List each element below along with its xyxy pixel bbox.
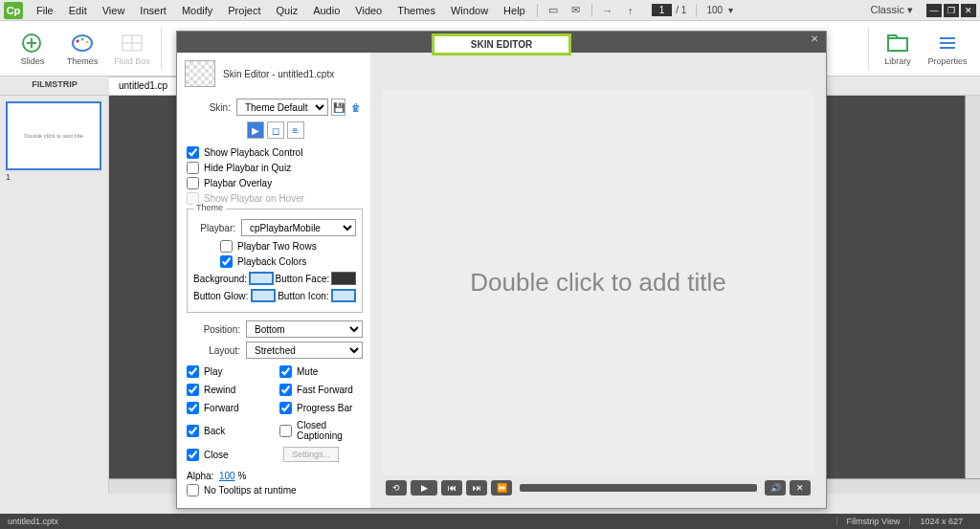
skin-select[interactable]: Theme Default	[236, 99, 328, 116]
menu-themes[interactable]: Themes	[390, 5, 443, 16]
background-swatch[interactable]	[249, 272, 274, 285]
back-icon[interactable]: ⏮	[441, 480, 462, 496]
document-tab[interactable]: untitled1.cp	[109, 77, 184, 95]
status-dims: 1024 x 627	[909, 517, 972, 526]
svg-point-4	[77, 39, 79, 42]
playbar-select[interactable]: cpPlaybarMobile	[241, 219, 356, 236]
menu-view[interactable]: View	[95, 5, 133, 16]
progress-bar[interactable]	[520, 484, 757, 492]
ff-icon[interactable]: ⏩	[491, 480, 512, 496]
exit-icon[interactable]: ✕	[790, 480, 811, 496]
grid-icon	[119, 32, 145, 55]
show-playback-checkbox[interactable]	[187, 146, 199, 159]
close-button[interactable]: ✕	[961, 4, 976, 17]
close-checkbox[interactable]	[187, 449, 199, 461]
buttonicon-swatch[interactable]	[331, 289, 356, 302]
separator	[537, 4, 538, 17]
publish-icon[interactable]: ✉	[568, 3, 584, 18]
workspace-dropdown[interactable]: Classic ▾	[864, 4, 919, 16]
mute-icon[interactable]: 🔊	[765, 480, 786, 496]
alpha-value[interactable]: 100	[219, 471, 235, 481]
menubar: Cp File Edit View Insert Modify Project …	[0, 0, 980, 21]
separator	[696, 4, 697, 17]
forward-checkbox[interactable]	[187, 402, 199, 414]
back-checkbox[interactable]	[187, 425, 199, 437]
minimize-button[interactable]: —	[926, 4, 942, 17]
menu-audio[interactable]: Audio	[305, 5, 347, 16]
separator	[591, 4, 592, 17]
themes-button[interactable]: Themes	[59, 25, 105, 73]
rewind-icon[interactable]: ⟲	[386, 480, 407, 496]
cc-checkbox[interactable]	[279, 425, 292, 437]
delete-icon[interactable]: 🗑	[348, 99, 363, 116]
scrollbar-vertical[interactable]	[965, 96, 980, 478]
zoom-indicator[interactable]: 100 ▾	[706, 5, 732, 15]
theme-fieldset: Theme Playbar:cpPlaybarMobile Playbar Tw…	[187, 209, 363, 313]
app-logo: Cp	[4, 2, 23, 19]
playback-colors-checkbox[interactable]	[220, 255, 233, 268]
no-tooltips-checkbox[interactable]	[187, 484, 199, 496]
maximize-button[interactable]: ❐	[944, 4, 959, 17]
editor-header: Skin Editor - untitled1.cptx	[223, 69, 334, 79]
menu-insert[interactable]: Insert	[132, 5, 174, 16]
skin-controls-panel: Skin Editor - untitled1.cptx Skin: Theme…	[177, 53, 370, 508]
status-file: untitled1.cptx	[8, 517, 58, 526]
filmstrip-panel: Double click to add title 1	[0, 96, 109, 494]
next-icon[interactable]: ↑	[623, 3, 638, 18]
page-indicator: 1 / 1	[648, 4, 687, 16]
properties-button[interactable]: Properties	[924, 25, 970, 73]
playbar-overlay-checkbox[interactable]	[187, 177, 199, 189]
slides-button[interactable]: Slides	[10, 25, 56, 73]
prev-icon[interactable]: →	[600, 3, 615, 18]
palette-icon	[69, 32, 96, 55]
menu-quiz[interactable]: Quiz	[269, 5, 306, 16]
ff-checkbox[interactable]	[279, 384, 292, 396]
dialog-titlebar[interactable]: SKIN EDITOR ✕	[177, 32, 826, 53]
separator	[868, 28, 869, 70]
svg-point-5	[81, 37, 84, 40]
menu-file[interactable]: File	[29, 5, 61, 16]
page-current[interactable]: 1	[652, 4, 673, 16]
hide-playbar-quiz-checkbox[interactable]	[187, 162, 199, 174]
preview-icon[interactable]: ▭	[546, 3, 561, 18]
forward-icon[interactable]: ⏭	[466, 480, 487, 496]
status-view: Filmstrip View	[836, 517, 910, 526]
window-controls: — ❐ ✕	[924, 4, 976, 17]
slide-number: 1	[6, 172, 102, 182]
preview-thumb-icon	[185, 60, 215, 87]
menu-video[interactable]: Video	[347, 5, 390, 16]
folder-icon	[884, 32, 911, 55]
menu-modify[interactable]: Modify	[174, 5, 220, 16]
menu-window[interactable]: Window	[443, 5, 496, 16]
buttonface-swatch[interactable]	[331, 272, 356, 285]
menu-edit[interactable]: Edit	[61, 5, 95, 16]
mute-checkbox[interactable]	[279, 365, 292, 378]
play-checkbox[interactable]	[187, 365, 199, 378]
fluidbox-button[interactable]: Fluid Box	[109, 25, 155, 73]
library-button[interactable]: Library	[875, 25, 921, 73]
settings-button: Settings...	[283, 447, 339, 462]
play-icon[interactable]: ▶	[411, 480, 437, 496]
progress-checkbox[interactable]	[279, 402, 292, 414]
toc-mode-icon[interactable]: ≡	[287, 121, 304, 139]
preview-canvas: Double click to add title	[382, 89, 814, 475]
dialog-close-icon[interactable]: ✕	[811, 33, 822, 45]
skin-preview-panel: Double click to add title ⟲ ▶ ⏮ ⏭ ⏩ 🔊 ✕	[370, 53, 826, 508]
menu-icon	[934, 32, 961, 55]
skin-editor-dialog: SKIN EDITOR ✕ Skin Editor - untitled1.cp…	[176, 31, 827, 509]
playbar-mode-icon[interactable]: ▶	[247, 121, 264, 139]
preview-playbar: ⟲ ▶ ⏮ ⏭ ⏩ 🔊 ✕	[382, 477, 814, 498]
statusbar: untitled1.cptx Filmstrip View 1024 x 627	[0, 514, 980, 529]
separator	[161, 28, 162, 70]
position-select[interactable]: Bottom	[246, 320, 363, 338]
slide-thumbnail[interactable]: Double click to add title	[6, 101, 101, 170]
save-icon[interactable]: 💾	[331, 99, 345, 116]
layout-select[interactable]: Stretched	[246, 342, 363, 359]
menu-help[interactable]: Help	[496, 5, 533, 16]
svg-point-6	[86, 40, 89, 43]
two-rows-checkbox[interactable]	[220, 240, 233, 253]
border-mode-icon[interactable]: ◻	[267, 121, 284, 139]
menu-project[interactable]: Project	[220, 5, 268, 16]
rewind-checkbox[interactable]	[187, 384, 199, 396]
buttonglow-swatch[interactable]	[251, 289, 276, 302]
